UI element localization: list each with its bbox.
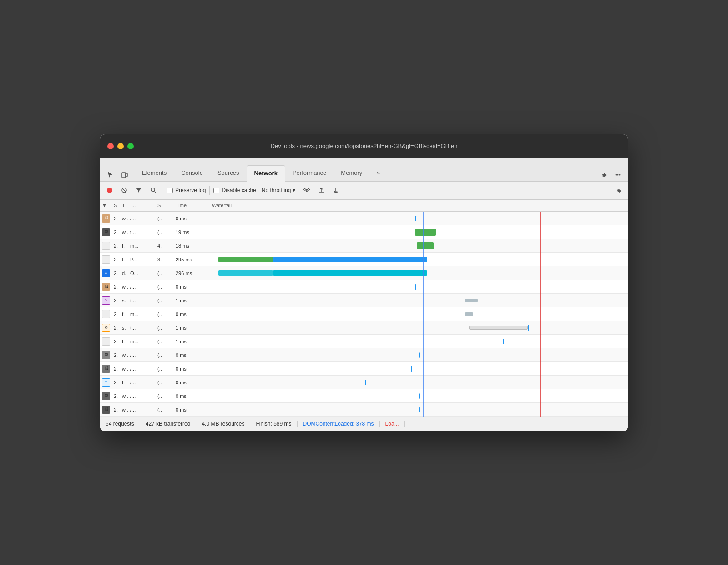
- network-conditions-icon[interactable]: [301, 184, 313, 196]
- traffic-lights: [107, 143, 134, 149]
- cursor-icon[interactable]: [104, 168, 116, 181]
- status-dom-content-loaded: DOMContentLoaded: 378 ms: [298, 421, 380, 427]
- network-toolbar: Preserve log Disable cache No throttling…: [100, 182, 628, 200]
- svg-point-4: [619, 174, 621, 175]
- device-toolbar-icon[interactable]: [118, 168, 131, 181]
- svg-rect-0: [122, 173, 126, 178]
- preserve-log-input[interactable]: [167, 188, 173, 193]
- tab-more[interactable]: »: [369, 165, 387, 181]
- status-requests: 64 requests: [106, 421, 140, 427]
- tab-memory[interactable]: Memory: [334, 165, 369, 181]
- table-row[interactable]: 🖼 2.w./...(.. 0 ms: [100, 362, 628, 376]
- settings-icon[interactable]: [597, 168, 610, 181]
- throttle-selector[interactable]: No throttling ▾: [259, 186, 298, 194]
- network-settings-icon[interactable]: [612, 184, 624, 196]
- table-row[interactable]: 2.f.m...(.. 1 ms: [100, 335, 628, 348]
- disable-cache-input[interactable]: [213, 188, 219, 193]
- svg-point-8: [151, 188, 155, 192]
- filter-icon[interactable]: [133, 184, 145, 196]
- svg-point-5: [107, 188, 112, 193]
- status-resources: 4.0 MB resources: [196, 421, 250, 427]
- svg-rect-1: [126, 173, 127, 177]
- tab-bar: Elements Console Sources Network Perform…: [100, 158, 628, 182]
- table-row[interactable]: T 2.f./...(.. 0 ms: [100, 376, 628, 389]
- header-size[interactable]: S: [156, 203, 174, 208]
- preserve-log-label: Preserve log: [175, 187, 206, 193]
- table-row[interactable]: 🖼 2.w.t...(.. 19 ms: [100, 225, 628, 239]
- table-row[interactable]: ✎ 2.s.t...(.. 1 ms: [100, 294, 628, 307]
- table-row[interactable]: 🖼 2.w./...(.. 0 ms: [100, 348, 628, 362]
- table-row[interactable]: ≡ 2.d.O...(.. 296 ms: [100, 266, 628, 280]
- titlebar: DevTools - news.google.com/topstories?hl…: [100, 134, 628, 158]
- maximize-button[interactable]: [127, 143, 134, 149]
- more-icon[interactable]: [612, 168, 624, 181]
- throttle-arrow: ▾: [293, 187, 295, 193]
- clear-button[interactable]: [118, 184, 130, 196]
- preserve-log-checkbox[interactable]: Preserve log: [167, 187, 206, 193]
- download-icon[interactable]: [330, 184, 342, 196]
- status-bar: 64 requests 427 kB transferred 4.0 MB re…: [100, 417, 628, 431]
- table-row[interactable]: 🖼 2.w./...(.. 0 ms: [100, 389, 628, 403]
- devtools-window: DevTools - news.google.com/topstories?hl…: [100, 134, 628, 431]
- table-row[interactable]: 🖼 2.w./...(.. 0 ms: [100, 403, 628, 417]
- divider-1: [163, 186, 163, 195]
- table-row[interactable]: ⚙ 2.s.t...(.. 1 ms: [100, 321, 628, 335]
- network-table: ▼ S T I... S Time Waterfall 🖼 2.w./...(.…: [100, 200, 628, 417]
- tab-network[interactable]: Network: [247, 165, 285, 182]
- tabs-container: Elements Console Sources Network Perform…: [135, 165, 597, 181]
- table-row[interactable]: 🖼 2.w./...(.. 0 ms: [100, 212, 628, 225]
- upload-icon[interactable]: [315, 184, 327, 196]
- network-rows-container: 🖼 2.w./...(.. 0 ms 🖼 2.w.t...(.. 19 ms: [100, 212, 628, 417]
- header-status[interactable]: S: [112, 203, 120, 208]
- minimize-button[interactable]: [117, 143, 124, 149]
- header-initiator[interactable]: I...: [128, 203, 156, 208]
- header-waterfall[interactable]: Waterfall: [210, 203, 628, 208]
- close-button[interactable]: [107, 143, 114, 149]
- tab-console[interactable]: Console: [174, 165, 210, 181]
- table-row[interactable]: 2.f.m...4. 18 ms: [100, 239, 628, 253]
- record-button[interactable]: [104, 184, 116, 196]
- header-time[interactable]: Time: [174, 203, 210, 208]
- svg-point-3: [617, 174, 619, 175]
- table-row[interactable]: 2.t.P...3. 295 ms: [100, 253, 628, 266]
- header-icon[interactable]: ▼: [100, 203, 112, 208]
- devtools-panel: Elements Console Sources Network Perform…: [100, 158, 628, 431]
- tab-performance[interactable]: Performance: [285, 165, 334, 181]
- svg-line-9: [155, 192, 157, 193]
- header-type[interactable]: T: [120, 203, 128, 208]
- divider-2: [209, 186, 210, 195]
- status-load: Loa...: [380, 421, 405, 427]
- table-row[interactable]: 🖼 2.w./...(.. 0 ms: [100, 280, 628, 294]
- tab-elements[interactable]: Elements: [135, 165, 174, 181]
- tab-sources[interactable]: Sources: [210, 165, 247, 181]
- table-headers: ▼ S T I... S Time Waterfall: [100, 200, 628, 212]
- tab-bar-right-icons: [597, 168, 624, 181]
- svg-point-2: [616, 174, 617, 175]
- status-transferred: 427 kB transferred: [140, 421, 197, 427]
- tab-bar-left-icons: [104, 168, 131, 181]
- search-button[interactable]: [147, 184, 159, 196]
- window-title: DevTools - news.google.com/topstories?hl…: [271, 143, 458, 149]
- disable-cache-label: Disable cache: [222, 187, 256, 193]
- status-finish: Finish: 589 ms: [250, 421, 297, 427]
- throttle-label: No throttling: [262, 187, 291, 193]
- svg-line-7: [123, 189, 126, 192]
- table-row[interactable]: 2.f.m...(.. 0 ms: [100, 307, 628, 321]
- disable-cache-checkbox[interactable]: Disable cache: [213, 187, 256, 193]
